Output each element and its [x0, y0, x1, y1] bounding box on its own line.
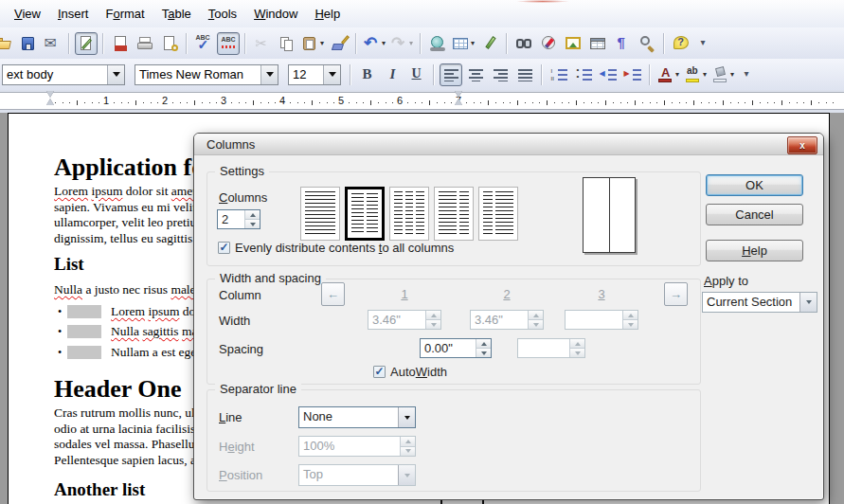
cancel-button[interactable]: Cancel: [706, 204, 803, 225]
decrease-indent-button[interactable]: [597, 63, 620, 86]
menu-table[interactable]: Table: [153, 4, 200, 24]
spin-up-icon[interactable]: [476, 339, 491, 348]
bold-button[interactable]: [356, 63, 379, 86]
table-button[interactable]: ▾: [451, 32, 476, 55]
ruler-number: 3: [221, 95, 226, 106]
column-scroll-right-button[interactable]: →: [664, 282, 688, 306]
gallery-button[interactable]: [562, 32, 584, 55]
menu-tools[interactable]: Tools: [200, 4, 245, 24]
undo-button[interactable]: ▾: [362, 32, 387, 55]
help-button[interactable]: [670, 32, 692, 55]
dropdown-caret-icon[interactable]: ▾: [409, 39, 413, 47]
preset-two-columns-wide-left[interactable]: [434, 187, 474, 241]
preset-three-columns[interactable]: [389, 187, 429, 241]
edit-file-button[interactable]: [75, 32, 98, 55]
ruler-number: 5: [338, 95, 344, 106]
close-icon[interactable]: x: [787, 136, 817, 154]
spacing-1-spinner[interactable]: 0.00": [420, 338, 492, 358]
menu-format[interactable]: Format: [97, 4, 153, 24]
column-scroll-left-button[interactable]: ←: [321, 282, 345, 306]
help-button[interactable]: Help: [706, 240, 803, 261]
line-style-dropdown[interactable]: None: [298, 406, 416, 428]
font-size-combo[interactable]: 12: [288, 64, 341, 85]
dropdown-caret-icon[interactable]: ▾: [703, 70, 707, 79]
line-style-value[interactable]: None: [299, 407, 398, 427]
ok-button[interactable]: OK: [706, 174, 803, 196]
data-sources-button[interactable]: [586, 32, 609, 55]
apply-to-dropdown[interactable]: Current Section: [702, 292, 817, 313]
ruler-tick: [268, 102, 269, 103]
paragraph-style-combo[interactable]: ext body: [2, 64, 125, 85]
ruler-tick: [444, 102, 445, 103]
menu-window[interactable]: Window: [245, 4, 306, 24]
columns-count-spinner[interactable]: 2: [217, 209, 260, 229]
copy-button[interactable]: [276, 32, 298, 55]
italic-button[interactable]: [381, 63, 404, 86]
evenly-distribute-checkbox[interactable]: [218, 242, 230, 254]
bullet-list-button[interactable]: [572, 63, 595, 86]
apply-to-value[interactable]: Current Section: [703, 293, 799, 312]
ruler[interactable]: 1234567: [0, 92, 844, 110]
increase-indent-button[interactable]: [621, 63, 644, 86]
background-color-button[interactable]: ▾: [710, 63, 736, 86]
page-preview-button[interactable]: [158, 32, 181, 55]
preset-one-column[interactable]: [300, 187, 340, 241]
menu-view[interactable]: View: [6, 4, 49, 24]
draw-functions-button[interactable]: [478, 32, 501, 55]
paragraph-style-value[interactable]: ext body: [3, 65, 107, 84]
formatting-marks-button[interactable]: [611, 32, 634, 55]
chevron-down-icon[interactable]: [107, 65, 124, 84]
dropdown-caret-icon[interactable]: ▾: [675, 70, 679, 79]
dropdown-caret-icon[interactable]: ▾: [471, 39, 475, 47]
chevron-down-icon[interactable]: [799, 293, 817, 312]
justify-button[interactable]: [513, 63, 536, 86]
spin-up-icon[interactable]: [245, 210, 260, 219]
font-size-value[interactable]: 12: [289, 65, 323, 84]
ruler-tick: [378, 102, 379, 103]
preset-two-columns-wide-right[interactable]: [478, 187, 518, 241]
zoom-button[interactable]: [636, 32, 658, 55]
highlighting-button[interactable]: ▾: [683, 63, 709, 86]
find-replace-button[interactable]: [512, 32, 535, 55]
font-color-button[interactable]: ▾: [655, 63, 681, 86]
width-3-value: [566, 311, 622, 329]
spacing-1-value[interactable]: 0.00": [421, 339, 476, 357]
spin-down-icon[interactable]: [245, 219, 260, 228]
numbered-list-button[interactable]: [548, 63, 570, 86]
spin-down-icon[interactable]: [476, 348, 491, 357]
align-right-button[interactable]: [489, 63, 512, 86]
underline-button[interactable]: [405, 63, 428, 86]
menu-help[interactable]: Help: [306, 4, 349, 24]
dialog-titlebar[interactable]: Columns: [194, 134, 823, 155]
print-button[interactable]: [134, 32, 156, 55]
chevron-down-icon[interactable]: [260, 65, 278, 84]
export-pdf-button[interactable]: [109, 32, 132, 55]
autowidth-checkbox[interactable]: [373, 366, 386, 378]
chevron-down-icon[interactable]: [323, 65, 340, 84]
indent-marker-right[interactable]: [455, 90, 463, 106]
font-name-combo[interactable]: Times New Roman: [135, 64, 278, 85]
navigator-button[interactable]: [537, 32, 560, 55]
indent-marker-left[interactable]: [46, 90, 55, 106]
align-left-button[interactable]: [440, 63, 462, 86]
hyperlink-button[interactable]: [426, 32, 449, 55]
menu-insert[interactable]: Insert: [49, 4, 98, 24]
align-center-button[interactable]: [464, 63, 487, 86]
toolbar-overflow-button[interactable]: [694, 32, 717, 55]
dropdown-caret-icon[interactable]: ▾: [730, 70, 734, 79]
open-button[interactable]: [0, 32, 14, 55]
dropdown-caret-icon[interactable]: ▾: [382, 39, 386, 47]
format-paintbrush-button[interactable]: [328, 32, 350, 55]
font-name-value[interactable]: Times New Roman: [135, 65, 260, 84]
chevron-down-icon[interactable]: [398, 407, 415, 427]
email-button[interactable]: [41, 32, 63, 55]
toolbar-overflow-button[interactable]: [738, 63, 761, 86]
auto-spellcheck-button[interactable]: [217, 32, 240, 55]
ruler-tick: [826, 102, 827, 103]
dropdown-caret-icon[interactable]: ▾: [320, 39, 324, 47]
columns-count-value[interactable]: 2: [218, 210, 244, 228]
paste-button[interactable]: ▾: [300, 32, 326, 55]
preset-two-columns[interactable]: [345, 187, 385, 241]
save-button[interactable]: [16, 32, 39, 55]
spelling-button[interactable]: [192, 32, 215, 55]
